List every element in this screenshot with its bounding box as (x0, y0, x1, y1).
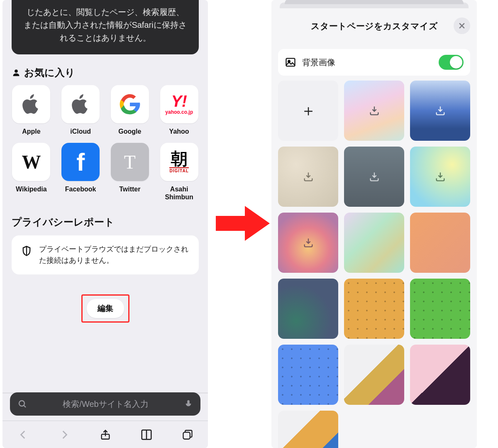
favorites-grid: Apple iCloud (12, 85, 199, 201)
favorite-facebook[interactable]: f Facebook (61, 143, 100, 201)
download-icon (366, 169, 382, 185)
favorite-asahi[interactable]: 朝 DIGITAL Asahi Shimbun (159, 143, 199, 201)
favorite-label: Wikipedia (12, 185, 51, 193)
favorite-label: Apple (12, 127, 51, 135)
yahoo-domain-label: yahoo.co.jp (165, 109, 193, 115)
favorite-label: Yahoo (159, 127, 199, 135)
customize-start-page-screen: スタートページをカスタマイズ 背景画像 ＋ (271, 0, 477, 448)
favorites-heading-label: お気に入り (24, 66, 75, 79)
person-icon (12, 68, 21, 77)
microphone-icon[interactable] (184, 399, 193, 409)
add-wallpaper-button[interactable]: ＋ (278, 81, 338, 141)
wallpaper-option[interactable] (278, 213, 338, 273)
wallpaper-option[interactable] (410, 81, 470, 141)
bottom-toolbar (2, 421, 208, 448)
tabs-button[interactable] (181, 428, 195, 442)
favorite-label: Facebook (61, 185, 100, 193)
privacy-report-heading: プライバシーレポート (12, 215, 199, 229)
privacy-report-body: プライベートブラウズではまだブロックされた接続はありません。 (39, 244, 190, 266)
private-browsing-banner: じたあとに、閲覧したページ、検索履歴、または自動入力された情報がSafariに保… (12, 0, 199, 54)
customize-sheet: スタートページをカスタマイズ 背景画像 ＋ (271, 8, 477, 448)
favorite-yahoo[interactable]: Y! yahoo.co.jp Yahoo (159, 85, 199, 135)
privacy-report-card[interactable]: プライベートブラウズではまだブロックされた接続はありません。 (12, 235, 199, 274)
sheet-stacked-background (280, 2, 469, 8)
privacy-report-heading-label: プライバシーレポート (12, 215, 115, 229)
wallpaper-option[interactable] (278, 345, 338, 405)
share-button[interactable] (98, 428, 112, 442)
address-search-bar[interactable]: 検索/Webサイト名入力 (10, 392, 200, 416)
background-image-row: 背景画像 (278, 49, 470, 76)
wallpaper-option[interactable] (344, 81, 404, 141)
sheet-header: スタートページをカスタマイズ (271, 8, 477, 44)
asahi-digital-label: DIGITAL (169, 167, 188, 173)
wallpaper-option[interactable] (410, 279, 470, 339)
background-image-label: 背景画像 (302, 57, 433, 68)
twitter-t-icon: T (124, 151, 136, 173)
download-icon (300, 169, 316, 185)
plus-icon: ＋ (300, 100, 316, 121)
wallpaper-grid: ＋ (278, 81, 470, 448)
close-button[interactable] (454, 17, 470, 34)
favorite-google[interactable]: Google (110, 85, 150, 135)
download-icon (300, 235, 316, 251)
apple-logo-icon (20, 93, 42, 115)
wallpaper-option[interactable] (278, 411, 338, 448)
search-icon (17, 399, 27, 409)
svg-point-1 (19, 401, 24, 406)
google-g-icon (119, 93, 141, 115)
yahoo-y-icon: Y! (171, 93, 187, 109)
search-placeholder: 検索/Webサイト名入力 (33, 399, 178, 410)
asahi-logo-icon: 朝 (171, 151, 188, 167)
shield-icon (21, 245, 32, 257)
arrow-annotation (216, 203, 270, 243)
favorite-label: iCloud (61, 127, 100, 135)
close-icon (458, 22, 466, 30)
favorite-label: Asahi Shimbun (159, 185, 199, 201)
favorite-twitter[interactable]: T Twitter (110, 143, 150, 201)
forward-button[interactable] (57, 428, 71, 442)
favorite-label: Google (110, 127, 150, 135)
safari-start-page-screen: じたあとに、閲覧したページ、検索履歴、または自動入力された情報がSafariに保… (2, 0, 208, 448)
back-button[interactable] (16, 428, 30, 442)
edit-button[interactable]: 編集 (87, 299, 124, 318)
favorite-label: Twitter (110, 185, 150, 193)
favorites-heading: お気に入り (12, 66, 199, 79)
wallpaper-option[interactable] (278, 279, 338, 339)
svg-rect-4 (183, 432, 190, 439)
image-icon (285, 56, 296, 68)
facebook-f-icon: f (76, 148, 85, 176)
favorite-wikipedia[interactable]: W Wikipedia (12, 143, 51, 201)
apple-logo-icon (69, 93, 92, 115)
wikipedia-w-icon: W (22, 151, 41, 173)
download-icon (432, 103, 448, 119)
favorite-icloud[interactable]: iCloud (61, 85, 100, 135)
wallpaper-option[interactable] (344, 279, 404, 339)
favorite-apple[interactable]: Apple (12, 85, 51, 135)
svg-point-0 (15, 69, 18, 73)
svg-rect-5 (286, 59, 295, 66)
wallpaper-option[interactable] (410, 345, 470, 405)
edit-highlight-annotation: 編集 (81, 294, 129, 323)
sheet-title: スタートページをカスタマイズ (311, 20, 438, 32)
download-icon (366, 103, 382, 119)
wallpaper-option[interactable] (410, 213, 470, 273)
wallpaper-option[interactable] (278, 147, 338, 207)
background-image-toggle[interactable] (439, 55, 464, 70)
wallpaper-option[interactable] (344, 213, 404, 273)
download-icon (432, 169, 448, 185)
bookmarks-button[interactable] (139, 428, 154, 442)
wallpaper-option[interactable] (410, 147, 470, 207)
wallpaper-option[interactable] (344, 345, 404, 405)
wallpaper-option[interactable] (344, 147, 404, 207)
